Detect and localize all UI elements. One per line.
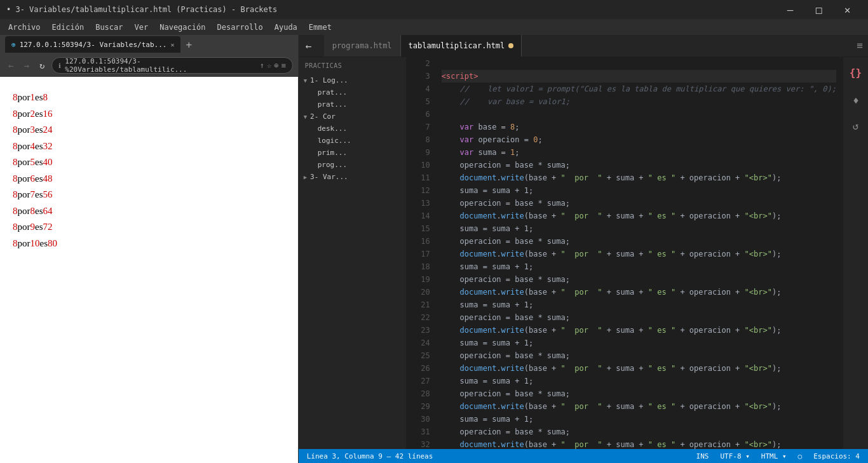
code-line (442, 108, 836, 121)
browser-content: 8 por 1 es 88 por 2 es 168 por 3 es 248 … (0, 77, 298, 463)
menu-navegacion[interactable]: Navegación (154, 22, 210, 33)
tab-programa[interactable]: programa.html (324, 35, 400, 57)
more-icon[interactable]: ≡ (281, 61, 285, 70)
line-number: 20 (412, 286, 430, 299)
line-number: 24 (412, 337, 430, 349)
line-number: 11 (412, 171, 430, 184)
status-encoding[interactable]: UTF-8 ▾ (718, 452, 751, 460)
multiplication-line: 8 por 1 es 8 (13, 90, 285, 106)
code-line: operacion = base * suma; (442, 426, 836, 438)
line-number: 14 (412, 210, 430, 222)
tree-item-label-prat2: prat... (318, 100, 347, 109)
tree-item-label-prim: prim... (318, 149, 347, 157)
right-icon-sync[interactable]: ↺ (846, 116, 866, 136)
line-number: 10 (412, 159, 430, 171)
code-editor[interactable]: 2345678910111213141516171819202122232425… (407, 57, 843, 449)
tree-item-desk[interactable]: desk... (299, 123, 406, 135)
code-line: document.write(base + " por " + suma + "… (442, 248, 836, 260)
tree-item-label-prat1: prat... (318, 88, 347, 97)
line-number: 22 (412, 311, 430, 324)
address-bar[interactable]: ℹ 127.0.0.1:50394/3-%20Variables/tablamu… (51, 57, 292, 74)
menu-emmet[interactable]: Emmet (304, 22, 337, 33)
status-ins[interactable]: INS (695, 452, 711, 460)
code-line: operacion = base * suma; (442, 197, 836, 210)
code-line: document.write(base + " por " + suma + "… (442, 171, 836, 184)
tree-label-2cor: 2- Cor (310, 112, 336, 121)
tree-item-prim[interactable]: prim... (299, 147, 406, 159)
browser-tab-close[interactable]: ✕ (170, 41, 174, 48)
browser-new-tab-button[interactable]: + (183, 39, 194, 51)
status-position[interactable]: Línea 3, Columna 9 — 42 líneas (305, 452, 435, 460)
tree-folder-3var[interactable]: ▶ 3- Var... (299, 171, 406, 183)
tab-programa-label: programa.html (332, 41, 392, 50)
line-number: 4 (412, 83, 430, 95)
code-line: suma = suma + 1; (442, 222, 836, 235)
code-line: document.write(base + " por " + suma + "… (442, 324, 836, 337)
right-icon-brackets[interactable]: {} (846, 62, 866, 83)
browser-tab-active[interactable]: ⊕ 127.0.0.1:50394/3- Variables/tab... ✕ (5, 36, 180, 53)
tree-folder-1log[interactable]: ▼ 1- Log... (299, 74, 406, 86)
line-number: 3 (412, 70, 430, 83)
tree-item-label-logic: logic... (318, 137, 351, 145)
tree-folder-2cor[interactable]: ▼ 2- Cor (299, 111, 406, 123)
tab-menu-button[interactable]: ≡ (851, 35, 868, 57)
code-line: operacion = base * suma; (442, 159, 836, 171)
tab-tablamultiplicar[interactable]: tablamultiplicar.html (400, 35, 522, 57)
minimize-button[interactable]: – (776, 0, 804, 19)
browser-nav: ← → ↻ ℹ 127.0.0.1:50394/3-%20Variables/t… (0, 54, 298, 77)
status-spaces[interactable]: Espacios: 4 (811, 452, 862, 460)
tree-label-1log: 1- Log... (310, 76, 348, 84)
multiplication-line: 8 por 7 es 56 (13, 187, 285, 203)
line-number: 29 (412, 400, 430, 413)
code-lines: <script> // let valor1 = prompt("Cual es… (435, 57, 843, 449)
close-button[interactable]: ✕ (833, 0, 862, 19)
right-icon-extension[interactable]: ⬧ (846, 89, 866, 109)
line-number: 25 (412, 349, 430, 362)
star-icon[interactable]: ☆ (267, 61, 271, 70)
title-bar-controls: – □ ✕ (776, 0, 862, 19)
code-line: document.write(base + " por " + suma + "… (442, 400, 836, 413)
status-left: Línea 3, Columna 9 — 42 líneas (305, 452, 435, 460)
menu-desarrollo[interactable]: Desarrollo (212, 22, 268, 33)
menu-buscar[interactable]: Buscar (90, 22, 128, 33)
multiplication-line: 8 por 6 es 48 (13, 171, 285, 187)
line-number: 23 (412, 324, 430, 337)
code-line: suma = suma + 1; (442, 413, 836, 426)
maximize-button[interactable]: □ (804, 0, 833, 19)
code-line: document.write(base + " por " + suma + "… (442, 362, 836, 375)
menu-ver[interactable]: Ver (130, 22, 154, 33)
browser-tab-label: 127.0.0.1:50394/3- Variables/tab... (20, 41, 167, 49)
status-language[interactable]: HTML ▾ (759, 452, 789, 460)
editor-panel: ← programa.html tablamultiplicar.html ≡ … (299, 35, 868, 463)
line-number: 21 (412, 299, 430, 311)
tree-item-prat2[interactable]: prat... (299, 98, 406, 111)
code-line: document.write(base + " por " + suma + "… (442, 210, 836, 222)
multiplication-line: 8 por 4 es 32 (13, 138, 285, 155)
line-number: 32 (412, 438, 430, 449)
menu-ayuda[interactable]: Ayuda (269, 22, 302, 33)
nav-reload-button[interactable]: ↻ (36, 59, 48, 72)
tab-back-button[interactable]: ← (302, 38, 316, 54)
code-line: var operacion = 0; (442, 133, 836, 146)
line-number: 9 (412, 146, 430, 159)
code-line (442, 57, 836, 70)
line-number: 26 (412, 362, 430, 375)
line-number: 18 (412, 260, 430, 273)
menu-archivo[interactable]: Archivo (3, 22, 46, 33)
nav-forward-button[interactable]: → (20, 59, 32, 72)
tree-item-prat1[interactable]: prat... (299, 86, 406, 98)
extension-icon[interactable]: ⊕ (274, 61, 278, 70)
menu-edicion[interactable]: Edición (47, 22, 90, 33)
tree-item-logic[interactable]: logic... (299, 135, 406, 147)
file-sidebar: Practicas ▼ 1- Log... prat... prat... ▼ … (299, 57, 407, 449)
tree-item-prog[interactable]: prog... (299, 159, 406, 171)
share-icon[interactable]: ↑ (260, 61, 264, 70)
multiplication-line: 8 por 10 es 80 (13, 236, 285, 252)
code-line: document.write(base + " por " + suma + "… (442, 438, 836, 449)
nav-back-button[interactable]: ← (5, 59, 17, 72)
status-circle: ○ (796, 452, 804, 460)
tree-arrow-1: ▼ (304, 77, 307, 84)
line-number: 6 (412, 108, 430, 121)
code-line: suma = suma + 1; (442, 375, 836, 387)
line-number: 30 (412, 413, 430, 426)
